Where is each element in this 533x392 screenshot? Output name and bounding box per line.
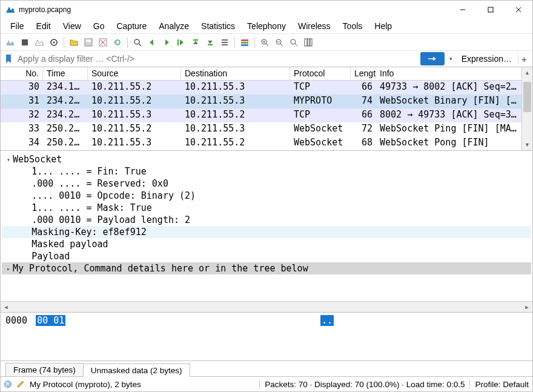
menu-statistics[interactable]: Statistics bbox=[195, 19, 241, 33]
details-line[interactable]: Masked payload bbox=[2, 238, 531, 250]
packet-row[interactable]: 32234.2…10.211.55.310.211.55.2TCP668002 … bbox=[1, 108, 532, 122]
svg-line-31 bbox=[295, 44, 297, 46]
menu-go[interactable]: Go bbox=[87, 19, 111, 33]
packet-list-scrollbar[interactable]: ▲ ▼ bbox=[521, 67, 532, 150]
menu-capture[interactable]: Capture bbox=[110, 19, 153, 33]
status-profile-text[interactable]: Profile: Default bbox=[475, 380, 529, 389]
menu-file[interactable]: File bbox=[4, 19, 30, 33]
svg-line-24 bbox=[266, 44, 268, 46]
tab-unmasked-data[interactable]: Unmasked data (2 bytes) bbox=[83, 364, 190, 377]
details-line[interactable]: 1... .... = Fin: True bbox=[2, 165, 531, 178]
resize-columns-button[interactable] bbox=[301, 35, 316, 50]
packet-details-pane: ▾WebSocket 1... .... = Fin: True .000 ..… bbox=[1, 151, 532, 313]
save-file-button[interactable] bbox=[81, 35, 96, 50]
packet-row[interactable]: 31234.2…10.211.55.210.211.55.3MYPROTO74W… bbox=[1, 95, 532, 108]
close-file-button[interactable] bbox=[96, 35, 110, 50]
window-title: myproto.pcapng bbox=[19, 5, 449, 14]
packet-row[interactable]: 34250.2…10.211.55.310.211.55.2WebSocket6… bbox=[1, 136, 532, 150]
capture-options-button[interactable] bbox=[47, 35, 61, 50]
details-section-myproto[interactable]: ▸My Protocol, Command details here or in… bbox=[2, 262, 531, 274]
close-button[interactable] bbox=[505, 1, 532, 19]
go-to-packet-button[interactable] bbox=[174, 35, 188, 50]
stop-capture-button[interactable] bbox=[18, 35, 32, 50]
scroll-down-icon[interactable]: ▼ bbox=[522, 139, 532, 150]
filter-history-dropdown[interactable]: ▾ bbox=[447, 56, 455, 62]
open-file-button[interactable] bbox=[67, 35, 81, 50]
scroll-left-icon[interactable]: ◀ bbox=[1, 304, 12, 310]
bookmark-icon[interactable] bbox=[3, 53, 14, 64]
chevron-down-icon[interactable]: ▾ bbox=[4, 156, 13, 163]
details-horiz-scrollbar[interactable]: ◀ ▶ bbox=[1, 301, 532, 312]
colorize-button[interactable] bbox=[237, 35, 252, 50]
details-line[interactable]: 1... .... = Mask: True bbox=[2, 202, 531, 214]
svg-rect-18 bbox=[222, 42, 228, 43]
packet-row[interactable]: 30234.1…10.211.55.210.211.55.3TCP6649733… bbox=[1, 81, 532, 95]
menubar: File Edit View Go Capture Analyze Statis… bbox=[1, 19, 532, 33]
column-header-info[interactable]: Info bbox=[376, 67, 532, 80]
hex-offset: 0000 bbox=[5, 315, 27, 358]
menu-edit[interactable]: Edit bbox=[30, 19, 57, 33]
zoom-in-button[interactable] bbox=[257, 35, 272, 50]
go-first-button[interactable] bbox=[188, 35, 203, 50]
scroll-thumb[interactable] bbox=[523, 82, 531, 112]
details-section-websocket[interactable]: ▾WebSocket bbox=[2, 153, 531, 165]
hex-ascii: .. bbox=[320, 315, 334, 358]
go-forward-button[interactable] bbox=[159, 35, 174, 50]
expert-info-icon[interactable] bbox=[4, 380, 12, 388]
edit-icon[interactable] bbox=[16, 380, 25, 388]
svg-rect-21 bbox=[241, 42, 248, 44]
scroll-right-icon[interactable]: ▶ bbox=[521, 304, 532, 310]
menu-tools[interactable]: Tools bbox=[337, 19, 369, 33]
menu-analyze[interactable]: Analyze bbox=[153, 19, 195, 33]
hex-bytes: 00 01 bbox=[36, 315, 65, 358]
column-header-source[interactable]: Source bbox=[88, 67, 181, 80]
svg-line-28 bbox=[280, 44, 283, 46]
svg-rect-33 bbox=[308, 39, 310, 46]
find-packet-button[interactable] bbox=[130, 35, 145, 50]
go-back-button[interactable] bbox=[145, 35, 159, 50]
chevron-right-icon[interactable]: ▸ bbox=[4, 265, 13, 272]
go-last-button[interactable] bbox=[203, 35, 217, 50]
svg-rect-22 bbox=[241, 44, 248, 46]
column-header-proto[interactable]: Protocol bbox=[290, 67, 351, 80]
tab-frame[interactable]: Frame (74 bytes) bbox=[5, 363, 84, 376]
display-filter-input[interactable] bbox=[16, 52, 418, 65]
maximize-button[interactable] bbox=[477, 1, 505, 19]
packet-row[interactable]: 33250.2…10.211.55.210.211.55.3WebSocket7… bbox=[1, 122, 532, 136]
svg-rect-4 bbox=[22, 39, 28, 45]
menu-telephony[interactable]: Telephony bbox=[241, 19, 292, 33]
start-capture-button[interactable] bbox=[3, 35, 18, 50]
details-line[interactable]: .... 0010 = Opcode: Binary (2) bbox=[2, 190, 531, 202]
toolbar-divider bbox=[234, 37, 235, 48]
svg-rect-32 bbox=[305, 39, 307, 46]
column-header-dest[interactable]: Destination bbox=[181, 67, 290, 80]
apply-filter-button[interactable] bbox=[420, 52, 445, 65]
column-header-length[interactable]: Lengtl bbox=[351, 67, 376, 80]
reload-button[interactable] bbox=[110, 35, 125, 50]
svg-rect-1 bbox=[488, 7, 493, 12]
restart-capture-button[interactable] bbox=[32, 35, 47, 50]
add-filter-button[interactable]: + bbox=[518, 54, 530, 64]
toolbar-divider bbox=[127, 37, 128, 48]
scroll-up-icon[interactable]: ▲ bbox=[522, 67, 532, 78]
details-line[interactable]: Payload bbox=[2, 250, 531, 262]
toolbar-divider bbox=[254, 37, 255, 48]
expression-button[interactable]: Expression… bbox=[458, 54, 515, 64]
details-line[interactable]: .000 0010 = Payload length: 2 bbox=[2, 214, 531, 226]
auto-scroll-button[interactable] bbox=[217, 35, 232, 50]
column-header-time[interactable]: Time bbox=[43, 67, 88, 80]
svg-rect-20 bbox=[241, 39, 248, 41]
app-icon bbox=[5, 5, 15, 15]
zoom-reset-button[interactable] bbox=[286, 35, 301, 50]
menu-view[interactable]: View bbox=[57, 19, 87, 33]
details-line[interactable]: .000 .... = Reserved: 0x0 bbox=[2, 178, 531, 190]
menu-help[interactable]: Help bbox=[368, 19, 398, 33]
minimize-button[interactable] bbox=[449, 1, 477, 19]
menu-wireless[interactable]: Wireless bbox=[292, 19, 337, 33]
packet-list-pane: No. Time Source Destination Protocol Len… bbox=[1, 67, 532, 151]
zoom-out-button[interactable] bbox=[272, 35, 286, 50]
column-header-no[interactable]: No. bbox=[1, 67, 43, 80]
details-line-selected[interactable]: Masking-Key: ef8ef912 bbox=[2, 226, 531, 238]
app-window: myproto.pcapng File Edit View Go Capture… bbox=[0, 0, 533, 392]
hex-pane[interactable]: 0000 00 01 .. bbox=[1, 313, 532, 361]
